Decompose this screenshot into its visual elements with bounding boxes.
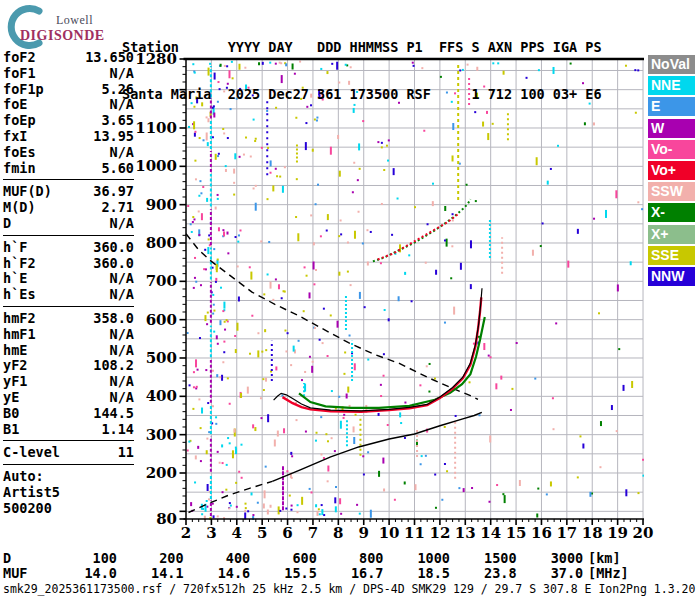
param-label: hmF2	[3, 311, 36, 327]
param-value: 5.26	[101, 82, 134, 98]
param-label: B0	[3, 406, 19, 422]
param-row-fof2: foF213.650	[3, 50, 134, 66]
param-row-md: M(D)2.71	[3, 200, 134, 216]
param-row-hes: h`EsN/A	[3, 287, 134, 303]
param-row-d: DN/A	[3, 216, 134, 232]
trace-topside-profile-extrapolation	[186, 234, 478, 400]
x-axis-label: 7	[308, 524, 318, 542]
legend-item-sse: SSE	[648, 246, 695, 265]
logo-text-lowell: Lowell	[56, 13, 93, 28]
x-axis-label: 4	[232, 524, 242, 542]
muf-value: 14.0	[65, 565, 117, 581]
param-row-b0: B0144.5	[3, 406, 134, 422]
muf-value: 16.7	[331, 565, 383, 581]
param-value: N/A	[110, 287, 134, 303]
x-axis-label: 3	[206, 524, 216, 542]
param-label: h`F	[3, 240, 27, 256]
param-label: foEp	[3, 113, 36, 129]
legend-item-x: X-	[648, 203, 695, 222]
param-label: foF1p	[3, 82, 44, 98]
x-axis-label: 17	[556, 524, 577, 542]
param-row-hf: h`F360.0	[3, 240, 134, 256]
param-label: D	[3, 216, 11, 232]
distance-row-label: D	[3, 550, 11, 566]
y-axis-label: 800	[146, 234, 177, 252]
distance-value: 400	[198, 550, 250, 566]
panel-separator	[3, 306, 134, 307]
autoscaling-info-line: Auto:	[3, 469, 134, 485]
param-label: foF1	[3, 66, 36, 82]
param-value: 36.97	[93, 184, 134, 200]
param-label: h`E	[3, 271, 27, 287]
x-axis-label: 14	[480, 524, 501, 542]
param-value: 3.65	[101, 113, 134, 129]
status-bar: smk29_2025361173500.rsf / 720fx512h 25 k…	[3, 582, 695, 596]
color-legend: NoValNNEEWVo-Vo+SSWX-X+SSENNW	[648, 55, 696, 288]
distance-unit: [km]	[588, 550, 621, 566]
legend-item-nnw: NNW	[648, 267, 695, 286]
param-row-fof1p: foF1p5.26	[3, 82, 134, 98]
param-value: N/A	[110, 145, 134, 161]
lowell-digisonde-logo: Lowell DIGISONDE	[4, 4, 119, 48]
param-value: 360.0	[93, 256, 134, 272]
param-label: foE	[3, 97, 27, 113]
param-label: fxI	[3, 129, 27, 145]
param-row-fof1: foF1N/A	[3, 66, 134, 82]
param-row-fxi: fxI13.95	[3, 129, 134, 145]
muf-value: 14.1	[132, 565, 184, 581]
y-axis-label: 600	[146, 311, 177, 329]
param-label: yF1	[3, 374, 27, 390]
legend-item-x: X+	[648, 225, 695, 244]
panel-separator	[3, 235, 134, 236]
param-row-ye: yEN/A	[3, 390, 134, 406]
param-value: 1.14	[101, 422, 134, 438]
param-row-hme: hmEN/A	[3, 343, 134, 359]
x-axis-label: 12	[429, 524, 450, 542]
param-row-clevel: C-level11	[3, 445, 134, 461]
y-axis-label: 200	[146, 464, 177, 482]
param-row-hmf2: hmF2358.0	[3, 311, 134, 327]
legend-item-noval: NoVal	[648, 55, 695, 74]
param-label: h`F2	[3, 256, 36, 272]
param-label: C-level	[3, 445, 60, 461]
param-value: 358.0	[93, 311, 134, 327]
distance-value: 1000	[398, 550, 450, 566]
param-row-fmin: fmin5.60	[3, 161, 134, 177]
param-label: hmF1	[3, 327, 36, 343]
param-label: fmin	[3, 161, 36, 177]
x-axis-label: 16	[531, 524, 552, 542]
param-label: foEs	[3, 145, 36, 161]
muf-value: 18.5	[398, 565, 450, 581]
param-row-hmf1: hmF1N/A	[3, 327, 134, 343]
x-axis-label: 19	[607, 524, 628, 542]
param-value: 108.2	[93, 358, 134, 374]
y-axis-label: 1000	[135, 157, 177, 175]
y-axis-label: 300	[146, 426, 177, 444]
x-axis-label: 2	[181, 524, 191, 542]
param-label: hmE	[3, 343, 27, 359]
header-column-labels: Station YYYY DAY DDD HHMMSS P1 FFS S AXN…	[122, 40, 602, 56]
x-axis-label: 10	[379, 524, 400, 542]
y-axis-label: 900	[146, 196, 177, 214]
param-value: N/A	[110, 327, 134, 343]
param-value: 5.60	[101, 161, 134, 177]
param-row-foe: foEN/A	[3, 97, 134, 113]
param-value: N/A	[110, 271, 134, 287]
muf-value: 14.6	[198, 565, 250, 581]
x-axis-label: 6	[282, 524, 292, 542]
param-value: 11	[118, 445, 134, 461]
param-value: 360.0	[93, 240, 134, 256]
param-label: B1	[3, 422, 19, 438]
param-row-hf2: h`F2360.0	[3, 256, 134, 272]
scaled-parameters-panel: foF213.650foF1N/AfoF1p5.26foEN/AfoEp3.65…	[3, 50, 134, 517]
muf-value: 15.5	[265, 565, 317, 581]
x-axis-label: 8	[333, 524, 343, 542]
x-axis-label: 13	[455, 524, 476, 542]
param-label: yF2	[3, 358, 27, 374]
autoscaling-info-line: 500200	[3, 501, 134, 517]
param-row-yf2: yF2108.2	[3, 358, 134, 374]
x-axis-label: 15	[506, 524, 527, 542]
muf-unit: [MHz]	[588, 565, 629, 581]
param-row-he: h`EN/A	[3, 271, 134, 287]
panel-separator	[3, 440, 134, 441]
